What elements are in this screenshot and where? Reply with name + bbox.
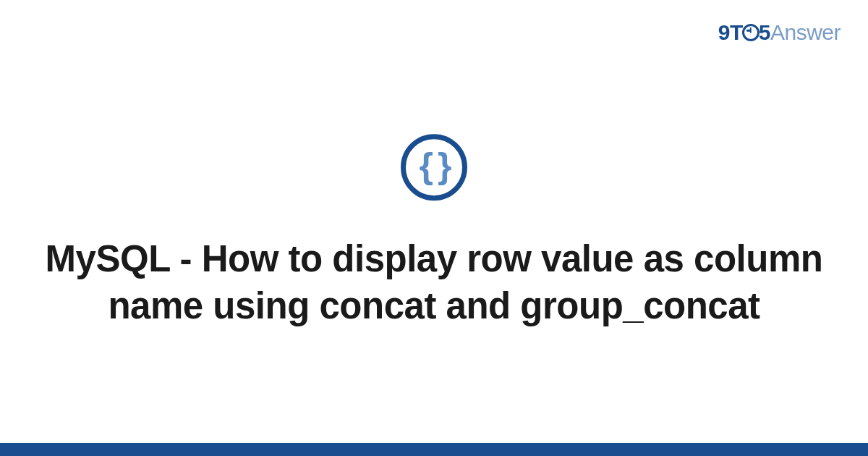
logo-word: Answer — [770, 20, 841, 44]
main-content: { } MySQL - How to display row value as … — [0, 134, 868, 330]
logo-prefix: 9T — [718, 20, 743, 44]
clock-icon — [742, 24, 760, 41]
braces-glyph: { } — [420, 148, 449, 184]
site-logo: 9T5Answer — [718, 20, 841, 45]
code-braces-icon: { } — [401, 134, 467, 200]
logo-suffix: 5 — [759, 20, 770, 44]
page-title: MySQL - How to display row value as colu… — [0, 235, 868, 330]
footer-accent-bar — [0, 443, 868, 456]
